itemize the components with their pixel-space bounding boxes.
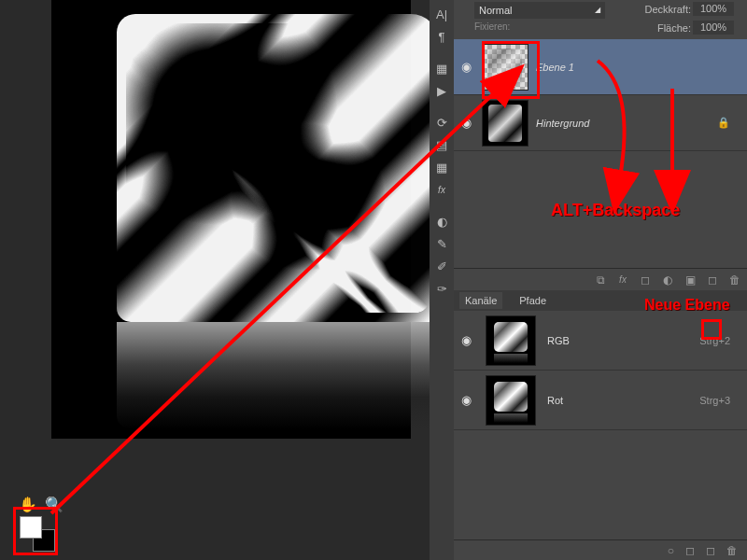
- right-panel: Normal ◢ Deckkraft: 100% Fixieren: Fläch…: [454, 0, 747, 560]
- measurement-icon[interactable]: ▤: [431, 134, 452, 155]
- channel-thumbnail[interactable]: [486, 315, 536, 366]
- channel-row[interactable]: ◉ RGB Strg+2: [454, 311, 747, 371]
- hand-tool-icon[interactable]: ✋: [19, 495, 37, 513]
- adjustment-layer-icon[interactable]: ◐: [661, 273, 674, 287]
- zoom-tool-icon[interactable]: 🔍: [45, 495, 63, 513]
- character-panel-icon[interactable]: A|: [431, 4, 452, 24]
- layer-name[interactable]: Hintergrund: [536, 118, 589, 129]
- layers-panel-header: Normal ◢ Deckkraft: 100% Fixieren: Fläch…: [454, 0, 747, 39]
- adjustments-icon[interactable]: ◐: [431, 211, 452, 231]
- actions-play-icon[interactable]: ▶: [431, 80, 452, 101]
- dropdown-icon: ◢: [595, 2, 600, 19]
- channel-name: Rot: [547, 395, 699, 406]
- layer-thumbnail[interactable]: [482, 100, 529, 147]
- fill-input[interactable]: 100%: [693, 21, 734, 35]
- channel-shortcut: Strg+3: [699, 395, 730, 406]
- channel-row[interactable]: ◉ Rot Strg+3: [454, 371, 747, 430]
- group-folder-icon[interactable]: ▣: [684, 273, 697, 287]
- layer-row[interactable]: ◉ Hintergrund 🔒: [454, 95, 747, 151]
- load-selection-icon[interactable]: ○: [668, 544, 674, 557]
- document-canvas-area: ✋ 🔍: [0, 0, 430, 560]
- annotation-text-neue-ebene: Neue Ebene: [644, 297, 730, 314]
- swatches-icon[interactable]: ▦: [431, 58, 452, 78]
- fx-icon[interactable]: fx: [431, 179, 452, 200]
- save-selection-icon[interactable]: ◻: [685, 544, 695, 557]
- visibility-eye-icon[interactable]: ◉: [458, 60, 474, 74]
- tab-channels[interactable]: Kanäle: [459, 292, 502, 309]
- lock-label: Fixieren:: [474, 21, 510, 32]
- paragraph-panel-icon[interactable]: ¶: [431, 26, 452, 47]
- trash-channel-icon[interactable]: 🗑: [726, 544, 738, 557]
- opacity-label: Deckkraft:: [644, 4, 691, 15]
- channel-name: RGB: [547, 335, 699, 346]
- layer-row[interactable]: ◉ Ebene 1: [454, 39, 747, 95]
- brushset-icon[interactable]: ✑: [431, 278, 452, 299]
- visibility-eye-icon[interactable]: ◉: [458, 393, 474, 407]
- image-reflection: [117, 322, 439, 429]
- visibility-eye-icon[interactable]: ◉: [458, 333, 474, 347]
- mask-button-icon[interactable]: ◻: [639, 273, 652, 287]
- opacity-input[interactable]: 100%: [693, 2, 734, 16]
- link-layers-icon[interactable]: ⧉: [594, 273, 607, 287]
- blend-mode-select[interactable]: Normal ◢: [474, 2, 605, 19]
- new-layer-icon[interactable]: ◻: [706, 273, 719, 287]
- new-channel-icon[interactable]: ◻: [706, 544, 715, 557]
- blend-mode-value: Normal: [479, 2, 512, 19]
- fx-button-icon[interactable]: fx: [616, 274, 629, 285]
- foreground-color-swatch[interactable]: [20, 516, 42, 539]
- properties-icon[interactable]: ▦: [431, 157, 452, 177]
- channel-shortcut: Strg+2: [699, 335, 730, 346]
- channels-footer: ○ ◻ ◻ 🗑: [454, 539, 747, 560]
- history-icon[interactable]: ⟳: [431, 112, 452, 133]
- image-ice-cube: [117, 14, 439, 322]
- lock-icon: 🔒: [717, 117, 730, 129]
- visibility-eye-icon[interactable]: ◉: [458, 116, 474, 130]
- brush2-icon[interactable]: ✐: [431, 256, 452, 276]
- side-toolstrip: A| ¶ ▦ ▶ ⟳ ▤ ▦ fx ◐ ✎ ✐ ✑: [430, 0, 454, 560]
- tab-paths[interactable]: Pfade: [514, 292, 552, 309]
- brush1-icon[interactable]: ✎: [431, 233, 452, 254]
- layers-list: ◉ Ebene 1 ◉ Hintergrund 🔒: [454, 39, 747, 268]
- fill-label: Fläche:: [657, 22, 691, 34]
- channels-list: ◉ RGB Strg+2 ◉ Rot Strg+3: [454, 311, 747, 539]
- canvas[interactable]: [51, 0, 411, 439]
- trash-icon[interactable]: 🗑: [728, 273, 741, 287]
- channel-thumbnail[interactable]: [486, 375, 536, 426]
- annotation-text-alt-backspace: ALT+Backspace: [551, 201, 680, 220]
- layer-name[interactable]: Ebene 1: [536, 62, 574, 73]
- layers-footer: ⧉ fx ◻ ◐ ▣ ◻ 🗑: [454, 268, 747, 290]
- color-swatches[interactable]: [20, 516, 55, 552]
- layer-thumbnail[interactable]: [482, 44, 529, 91]
